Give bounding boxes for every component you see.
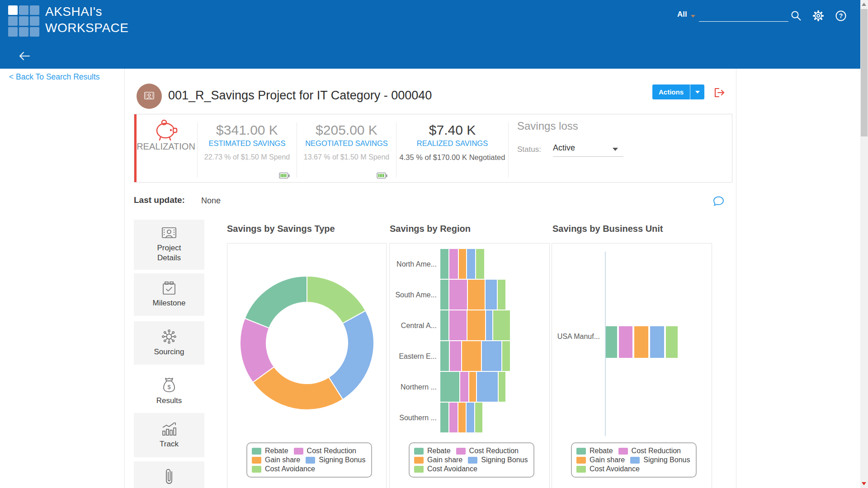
bar-segment-signing-bonus [486,310,492,340]
region-bar-row [440,310,510,340]
bar-segment-cost-avoidance [499,372,505,402]
bar-segment-rebate [440,310,448,340]
legend-swatch [414,466,424,473]
bar-segment-cost-reduction [449,310,467,340]
search-scope-caret-icon[interactable] [691,15,695,18]
legend-label: Rebate [265,447,288,455]
svg-text:?: ? [839,12,843,19]
donut-chart [235,271,379,415]
legend-label: Gain share [265,456,300,464]
metrics-divider [508,122,509,178]
chart-card-business-unit: USA Manuf... RebateCost ReductionGain sh… [552,243,712,488]
legend-label: Rebate [590,447,613,455]
legend-swatch [630,457,640,464]
content-right-divider [736,69,736,488]
export-icon[interactable] [713,87,725,99]
bar-segment-gain-share [469,372,476,402]
sidebar-item-label: Results [156,396,182,406]
search-input[interactable] [699,9,788,22]
scrollbar-thumb[interactable] [861,9,868,136]
region-bar-row [440,341,510,371]
sidebar-item-project-details[interactable]: Project Details [134,220,204,270]
sidebar-item-attachments[interactable] [134,461,204,488]
chart-legend: RebateCost ReductionGain shareSigning Bo… [409,442,534,478]
legend-item-cost-avoidance: Cost Avoidance [576,465,640,473]
bar-segment-rebate [440,341,449,371]
legend-item-signing-bonus: Signing Bonus [306,456,365,464]
bar-segment-gain-share [467,310,485,340]
bar-segment-signing-bonus [467,249,475,279]
sidebar-item-label: Sourcing [154,347,184,357]
bar-segment-signing-bonus [467,403,474,432]
legend-label: Signing Bonus [643,456,690,464]
legend-label: Cost Reduction [632,447,681,455]
legend-item-rebate: Rebate [576,447,613,455]
battery-indicator-icon [377,172,388,179]
back-arrow-icon[interactable] [18,50,31,62]
actions-button-group: Actions [652,84,704,99]
gear-icon[interactable] [812,10,824,22]
workspace-title: AKSHAI's WORKSPACE [45,4,128,36]
search-icon[interactable] [790,10,802,22]
scroll-up-icon[interactable] [862,3,866,6]
legend-label: Signing Bonus [481,456,528,464]
bar-segment-cost-reduction [449,280,467,310]
chevron-down-icon [695,91,700,94]
bar-segment-cost-avoidance [493,310,510,340]
actions-dropdown-button[interactable] [690,84,704,99]
comment-icon[interactable] [712,195,725,207]
legend-item-rebate: Rebate [252,447,288,455]
workspace-title-line2: WORKSPACE [45,20,128,36]
scroll-down-icon[interactable] [862,482,866,485]
app-root: AKSHAI's WORKSPACE All [0,0,868,488]
top-header: AKSHAI's WORKSPACE All [0,0,868,69]
help-icon[interactable]: ? [835,10,847,22]
region-axis-label: North Ame... [390,249,437,280]
region-axis-label: Southern ... [390,403,437,433]
estimated-savings-label: ESTIMATED SAVINGS [198,139,297,148]
sidebar-item-milestone[interactable]: Milestone [134,273,204,316]
bar-segment-gain-share [468,280,485,310]
donut-segment-signing-bonus [329,311,374,399]
legend-item-rebate: Rebate [414,447,451,455]
legend-swatch [414,448,424,455]
workspace-logo-icon[interactable] [8,5,40,37]
legend-label: Cost Avoidance [427,465,477,473]
legend-swatch [294,448,303,455]
bu-axis-label: USA Manuf... [554,332,600,341]
bar-segment-cost-avoidance [666,326,678,358]
legend-label: Cost Avoidance [265,465,315,473]
legend-swatch [456,448,466,455]
chart-title-savings-type: Savings by Savings Type [227,224,335,234]
back-to-search-results-link[interactable]: < Back To Search Results [9,72,100,82]
sidebar-item-sourcing[interactable]: Sourcing [134,321,204,365]
actions-button[interactable]: Actions [652,84,690,99]
region-axis-label: Central A... [390,310,437,341]
project-details-icon [161,227,177,240]
legend-swatch [252,457,261,464]
left-panel-divider [124,69,125,488]
chart-legend: RebateCost ReductionGain shareSigning Bo… [571,442,697,478]
region-bar-row [440,403,482,432]
legend-label: Rebate [427,447,451,455]
svg-text:$: $ [167,384,171,390]
search-scope-dropdown[interactable]: All [677,10,687,19]
bar-segment-cost-reduction [460,372,468,402]
legend-label: Cost Avoidance [590,465,640,473]
bar-segment-cost-avoidance [475,403,482,432]
bar-segment-gain-share [634,326,648,358]
bar-segment-cost-reduction [449,249,458,279]
legend-swatch [468,457,477,464]
status-caret-icon[interactable] [613,148,618,151]
chart-title-business-unit: Savings by Business Unit [552,224,663,234]
sidebar-item-label: Milestone [153,298,186,308]
battery-indicator-icon [279,172,290,179]
track-icon [161,421,177,436]
vertical-scrollbar[interactable] [860,0,868,488]
project-avatar [137,84,162,109]
sidebar-item-track[interactable]: Track [134,413,204,457]
bar-segment-cost-avoidance [498,280,505,310]
bar-segment-gain-share [462,341,481,371]
bar-segment-rebate [440,280,448,310]
sidebar-item-results[interactable]: $ Results [134,371,204,412]
